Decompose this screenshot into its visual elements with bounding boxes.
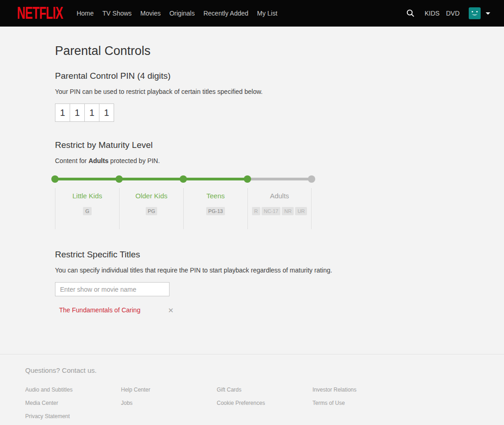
maturity-slider [51,175,315,183]
rating-badge-nc17: NC-17 [262,207,281,215]
level-teens[interactable]: Teens PG-13 [183,188,247,229]
level-label[interactable]: Adults [248,192,311,200]
footer-column-3: Gift Cards Cookie Preferences [217,387,312,425]
primary-nav: Home TV Shows Movies Originals Recently … [77,10,277,17]
rating-badge-ur: UR [295,207,307,215]
restricted-title-name[interactable]: The Fundamentals of Caring [59,306,140,314]
maturity-section: Restrict by Maturity Level Content for A… [55,140,504,229]
page-title: Parental Controls [55,44,504,58]
level-label[interactable]: Little Kids [55,192,119,200]
main-content: Parental Controls Parental Control PIN (… [0,27,504,314]
restrict-titles-description: You can specify individual titles that r… [55,267,504,274]
nav-item-originals[interactable]: Originals [170,10,195,17]
level-label[interactable]: Older Kids [120,192,183,200]
pin-description: Your PIN can be used to restrict playbac… [55,88,504,95]
slider-track-active [55,178,247,180]
footer-link-jobs[interactable]: Jobs [121,400,217,406]
rating-badge-nr: NR [282,207,294,215]
footer-link-help-center[interactable]: Help Center [121,387,217,393]
pin-heading: Parental Control PIN (4 digits) [55,71,504,81]
level-adults[interactable]: Adults R NC-17 NR UR [247,188,312,229]
navbar-right: KIDS DVD [406,7,490,19]
profile-avatar[interactable] [469,7,481,19]
footer-link-cookie-preferences[interactable]: Cookie Preferences [217,400,312,406]
nav-item-my-list[interactable]: My List [257,10,277,17]
slider-stop-end[interactable] [308,175,315,183]
pin-digit-4[interactable]: 1 [99,104,114,122]
netflix-logo[interactable]: NETFLIX [17,4,63,23]
footer-links: Audio and Subtitles Media Center Privacy… [25,387,504,425]
top-navbar: NETFLIX Home TV Shows Movies Originals R… [0,0,504,27]
slider-stop-older-kids[interactable] [115,175,123,183]
nav-item-kids[interactable]: KIDS [425,10,440,17]
nav-item-tv-shows[interactable]: TV Shows [103,10,132,17]
maturity-selected-level: Adults [88,157,109,164]
slider-track-inactive [247,178,312,180]
page-footer: Questions? Contact us. Audio and Subtitl… [0,354,504,425]
title-search-input[interactable] [55,282,170,296]
footer-column-4: Investor Relations Terms of Use [312,387,408,425]
nav-item-dvd[interactable]: DVD [446,10,460,17]
rating-badge-r: R [252,207,260,215]
pin-digit-1[interactable]: 1 [55,104,70,122]
maturity-description: Content for Adults protected by PIN. [55,157,504,164]
footer-link-privacy-statement[interactable]: Privacy Statement [25,413,121,420]
footer-column-2: Help Center Jobs [121,387,217,425]
maturity-heading: Restrict by Maturity Level [55,140,504,150]
restrict-titles-section: Restrict Specific Titles You can specify… [55,250,504,314]
footer-link-audio-subtitles[interactable]: Audio and Subtitles [25,387,121,393]
footer-link-investor-relations[interactable]: Investor Relations [312,387,408,393]
pin-digit-2[interactable]: 1 [70,104,85,122]
footer-contact-heading[interactable]: Questions? Contact us. [25,366,504,374]
level-older-kids[interactable]: Older Kids PG [119,188,183,229]
remove-title-icon[interactable]: ✕ [168,307,174,314]
chevron-down-icon[interactable] [486,12,490,15]
nav-item-home[interactable]: Home [77,10,93,17]
nav-item-recently-added[interactable]: Recently Added [203,10,248,17]
level-little-kids[interactable]: Little Kids G [55,188,119,229]
maturity-levels: Little Kids G Older Kids PG Teens PG-13 … [55,188,504,229]
rating-badge-pg: PG [146,207,158,215]
restrict-titles-heading: Restrict Specific Titles [55,250,504,260]
footer-link-media-center[interactable]: Media Center [25,400,121,406]
slider-handle-adults[interactable] [244,175,251,183]
slider-stop-little-kids[interactable] [51,175,59,183]
search-icon[interactable] [406,9,415,17]
avatar-smiley-icon [469,7,481,19]
footer-link-gift-cards[interactable]: Gift Cards [217,387,312,393]
pin-digit-3[interactable]: 1 [84,104,99,122]
nav-item-movies[interactable]: Movies [140,10,160,17]
pin-input-group: 1 1 1 1 [55,104,504,122]
slider-stop-teens[interactable] [180,175,187,183]
footer-column-1: Audio and Subtitles Media Center Privacy… [25,387,121,425]
footer-link-terms-of-use[interactable]: Terms of Use [312,400,408,406]
rating-badge-pg13: PG-13 [206,207,225,215]
level-label[interactable]: Teens [184,192,247,200]
rating-badge-g: G [83,207,92,215]
restricted-title-row: The Fundamentals of Caring ✕ [59,306,174,314]
pin-section: Parental Control PIN (4 digits) Your PIN… [55,71,504,122]
